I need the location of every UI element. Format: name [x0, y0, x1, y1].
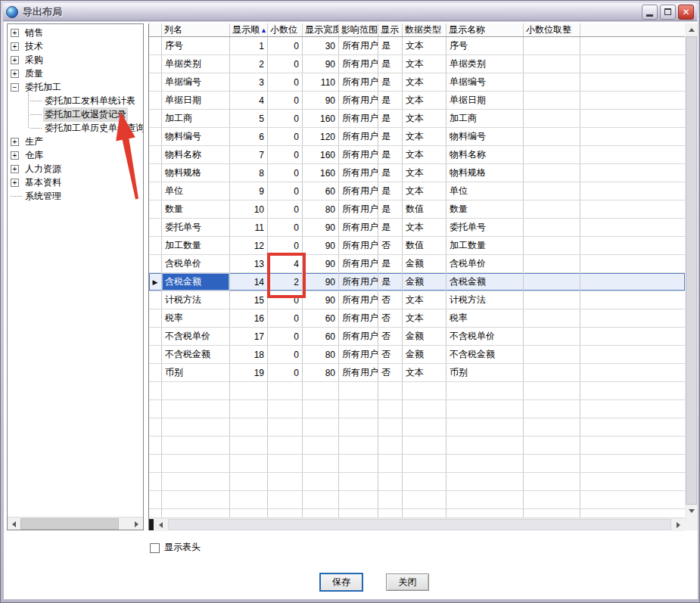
cell-display-order[interactable]: 3 [230, 73, 268, 91]
cell-data-type[interactable]: 文本 [403, 128, 446, 145]
empty-cell[interactable] [149, 382, 162, 399]
row-marker-cell[interactable] [149, 92, 162, 109]
cell-decimal-places[interactable]: 0 [268, 346, 303, 363]
empty-cell[interactable] [524, 455, 580, 472]
cell-decimal-rounding[interactable] [524, 128, 580, 145]
maximize-button[interactable] [660, 5, 676, 20]
cell-filler[interactable] [580, 200, 685, 218]
grid-row[interactable]: 不含税金额18080所有用户否金额不含税金额 [149, 346, 685, 364]
cell-decimal-rounding[interactable] [524, 200, 580, 218]
empty-cell[interactable] [268, 382, 303, 399]
grid-header-cell[interactable]: 列名 [162, 23, 230, 36]
cell-column-name[interactable]: 单据日期 [162, 92, 230, 109]
grid-empty-row[interactable] [149, 473, 685, 491]
empty-cell[interactable] [303, 400, 339, 418]
tree-item[interactable]: +仓库 [8, 148, 143, 162]
empty-cell[interactable] [230, 418, 268, 436]
cell-decimal-rounding[interactable] [524, 73, 580, 91]
minimize-button[interactable] [642, 5, 658, 20]
grid-row[interactable]: 单据类别2090所有用户是文本单据类别 [149, 55, 685, 73]
cell-display-order[interactable]: 13 [230, 255, 268, 272]
cell-data-type[interactable]: 金额 [403, 273, 446, 291]
cell-display-order[interactable]: 19 [230, 364, 268, 381]
cell-display-width[interactable]: 80 [303, 364, 339, 381]
grid-hscroll-thumb[interactable] [168, 519, 671, 530]
cell-decimal-rounding[interactable] [524, 291, 580, 309]
empty-cell[interactable] [446, 491, 524, 508]
cell-display-width[interactable]: 160 [303, 110, 339, 127]
cell-show-flag[interactable]: 是 [378, 92, 403, 109]
cell-show-flag[interactable]: 是 [378, 128, 403, 145]
grid-row[interactable]: 计税方法15090所有用户否文本计税方法 [149, 291, 685, 309]
cell-filler[interactable] [580, 146, 685, 163]
empty-cell[interactable] [303, 509, 339, 518]
cell-display-order[interactable]: 14 [230, 273, 268, 291]
cell-show-flag[interactable]: 否 [378, 328, 403, 345]
grid-scroll-right-button[interactable] [672, 518, 685, 531]
cell-display-width[interactable]: 30 [303, 37, 339, 54]
row-marker-cell[interactable] [149, 110, 162, 127]
cell-scope[interactable]: 所有用户 [339, 237, 378, 254]
empty-cell[interactable] [378, 418, 403, 436]
cell-data-type[interactable]: 文本 [403, 73, 446, 91]
tree-item[interactable]: +人力资源 [8, 162, 143, 176]
empty-cell[interactable] [230, 491, 268, 508]
grid-scroll-up-button[interactable] [685, 23, 698, 36]
cell-scope[interactable]: 所有用户 [339, 328, 378, 345]
close-dialog-button[interactable]: 关闭 [386, 573, 429, 591]
save-button[interactable]: 保存 [319, 573, 363, 592]
row-marker-cell[interactable] [149, 200, 162, 218]
cell-decimal-rounding[interactable] [524, 237, 580, 254]
row-marker-cell[interactable] [149, 182, 162, 200]
row-marker-cell[interactable] [149, 219, 162, 236]
cell-display-order[interactable]: 10 [230, 200, 268, 218]
grid-row[interactable]: 物料名称70160所有用户是文本物料名称 [149, 146, 685, 164]
empty-cell[interactable] [378, 400, 403, 418]
empty-cell[interactable] [162, 437, 230, 454]
grid-row[interactable]: 不含税单价17060所有用户否金额不含税单价 [149, 328, 685, 346]
grid-row[interactable]: 数量10080所有用户是数值数量 [149, 200, 685, 219]
empty-cell[interactable] [303, 491, 339, 508]
cell-filler[interactable] [580, 110, 685, 127]
cell-display-width[interactable]: 90 [303, 273, 339, 291]
cell-display-width[interactable]: 90 [303, 291, 339, 309]
cell-decimal-places[interactable]: 0 [268, 55, 303, 73]
empty-cell[interactable] [268, 418, 303, 436]
grid-row[interactable]: 币别19080所有用户否文本币别 [149, 364, 685, 382]
expand-icon[interactable]: + [11, 56, 19, 64]
empty-cell[interactable] [403, 473, 446, 490]
cell-display-order[interactable]: 8 [230, 164, 268, 182]
empty-cell[interactable] [446, 382, 524, 399]
cell-filler[interactable] [580, 291, 685, 309]
empty-cell[interactable] [149, 437, 162, 454]
cell-display-width[interactable]: 60 [303, 328, 339, 345]
cell-data-type[interactable]: 文本 [403, 291, 446, 309]
cell-scope[interactable]: 所有用户 [339, 219, 378, 236]
grid-scroll-left-button[interactable] [154, 518, 167, 531]
cell-data-type[interactable]: 文本 [403, 164, 446, 182]
cell-show-flag[interactable]: 是 [378, 273, 403, 291]
empty-cell[interactable] [162, 491, 230, 508]
cell-show-flag[interactable]: 是 [378, 110, 403, 127]
grid-header-cell[interactable]: 小数位 [268, 23, 303, 36]
grid-header-cell[interactable]: 显示顺▲ [230, 23, 268, 36]
empty-cell[interactable] [524, 382, 580, 399]
cell-show-flag[interactable]: 是 [378, 146, 403, 163]
empty-cell[interactable] [339, 455, 378, 472]
cell-display-order[interactable]: 4 [230, 92, 268, 109]
grid-empty-row[interactable] [149, 455, 685, 473]
cell-filler[interactable] [580, 509, 685, 518]
cell-scope[interactable]: 所有用户 [339, 146, 378, 163]
empty-cell[interactable] [149, 455, 162, 472]
empty-cell[interactable] [162, 400, 230, 418]
grid-horizontal-scrollbar[interactable] [149, 518, 685, 530]
grid-header-cell[interactable]: 小数位取整 [524, 23, 580, 36]
cell-display-name[interactable]: 序号 [446, 37, 524, 54]
empty-cell[interactable] [378, 455, 403, 472]
cell-decimal-places[interactable]: 0 [268, 200, 303, 218]
cell-display-name[interactable]: 加工商 [446, 110, 524, 127]
empty-cell[interactable] [303, 382, 339, 399]
cell-display-width[interactable]: 120 [303, 128, 339, 145]
expand-icon[interactable]: + [11, 138, 19, 146]
cell-display-width[interactable]: 160 [303, 164, 339, 182]
